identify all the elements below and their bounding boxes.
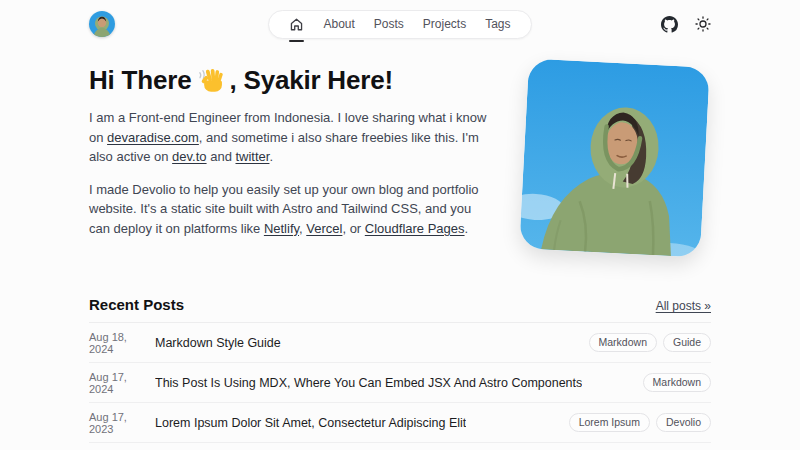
post-title-link[interactable]: Markdown Style Guide xyxy=(155,336,281,350)
theme-toggle[interactable] xyxy=(695,16,711,32)
sun-icon xyxy=(695,16,711,32)
hero-text: Hi There , Syakir Here! I am a Front-end… xyxy=(89,65,491,238)
hero-heading: Hi There , Syakir Here! xyxy=(89,65,491,95)
recent-posts-section: Recent Posts All posts » Aug 18, 2024Mar… xyxy=(89,296,711,450)
hero-photo xyxy=(519,58,710,257)
header-left xyxy=(89,11,268,37)
recent-posts-header: Recent Posts All posts » xyxy=(89,296,711,323)
hero-inline-link[interactable]: devaradise.com xyxy=(107,130,199,145)
post-row[interactable]: Aug 17, 2024This Post Is Using MDX, Wher… xyxy=(89,363,711,403)
posts-list: Aug 18, 2024Markdown Style GuideMarkdown… xyxy=(89,323,711,450)
all-posts-link[interactable]: All posts » xyxy=(656,299,711,313)
post-title-link[interactable]: Lorem Ipsum Dolor Sit Amet, Consectetur … xyxy=(155,416,466,430)
hero-inline-link[interactable]: Vercel xyxy=(306,221,342,236)
github-icon xyxy=(661,16,678,33)
tag-badge[interactable]: Guide xyxy=(663,333,711,353)
nav-link-tags[interactable]: Tags xyxy=(485,10,510,39)
hero-inline-link[interactable]: Cloudflare Pages xyxy=(365,221,465,236)
tag-badge[interactable]: Markdown xyxy=(589,333,657,353)
hero-inline-link[interactable]: dev.to xyxy=(172,149,206,164)
hero-paragraph: I am a Front-end Engineer from Indonesia… xyxy=(89,108,491,167)
hero-paragraph: I made Devolio to help you easily set up… xyxy=(89,180,491,239)
avatar-image xyxy=(89,11,115,37)
hero-inline-link[interactable]: Netlify xyxy=(264,221,299,236)
post-date: Aug 18, 2024 xyxy=(89,331,153,355)
nav-link-projects[interactable]: Projects xyxy=(423,10,466,39)
nav-link-posts[interactable]: Posts xyxy=(374,10,404,39)
tag-badge[interactable]: Markdown xyxy=(643,373,711,393)
post-row[interactable]: Aug 17, 2023Lorem Ipsum Dolor Sit Amet, … xyxy=(89,403,711,443)
main-nav: About Posts Projects Tags xyxy=(268,10,531,39)
site-avatar[interactable] xyxy=(89,11,115,37)
hero-paragraphs: I am a Front-end Engineer from Indonesia… xyxy=(89,108,491,238)
post-tags: MarkdownGuide xyxy=(577,333,711,353)
hero-inline-link[interactable]: twitter xyxy=(235,149,269,164)
hero-heading-post: , Syakir Here! xyxy=(229,65,392,95)
github-link[interactable] xyxy=(661,16,678,33)
nav-home-link[interactable] xyxy=(289,10,304,39)
portrait-photo xyxy=(519,58,710,257)
hero-heading-pre: Hi There xyxy=(89,65,191,95)
recent-posts-title: Recent Posts xyxy=(89,296,184,313)
tag-badge[interactable]: Lorem Ipsum xyxy=(569,413,650,433)
tag-badge[interactable]: Devolio xyxy=(656,413,711,433)
site-header: About Posts Projects Tags xyxy=(89,0,711,39)
waving-hand-icon xyxy=(197,67,223,93)
nav-link-about[interactable]: About xyxy=(323,10,354,39)
hero-section: Hi There , Syakir Here! I am a Front-end… xyxy=(89,65,711,261)
home-icon xyxy=(289,17,304,32)
post-row[interactable]: Aug 18, 2024Markdown Style GuideMarkdown… xyxy=(89,323,711,363)
post-tags: Lorem IpsumDevolio xyxy=(557,413,711,433)
post-date: Aug 17, 2023 xyxy=(89,411,153,435)
post-title-link[interactable]: This Post Is Using MDX, Where You Can Em… xyxy=(155,376,582,390)
post-tags: Markdown xyxy=(631,373,711,393)
post-row[interactable]: Aug 16, 2023Sagittis Purus Sit Amet Volu… xyxy=(89,443,711,450)
post-date: Aug 17, 2024 xyxy=(89,371,153,395)
nav-active-indicator xyxy=(289,40,304,42)
header-right xyxy=(532,16,711,33)
